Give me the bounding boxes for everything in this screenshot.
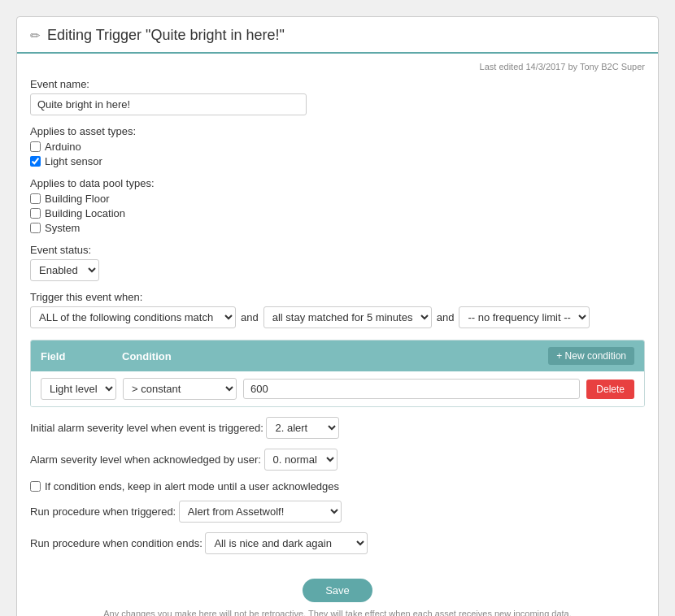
keep-in-alert-group: If condition ends, keep in alert mode un…: [30, 480, 645, 492]
conditions-header: Field Condition + New condition: [31, 341, 644, 371]
new-condition-button[interactable]: + New condition: [548, 347, 634, 365]
trigger-when-row: ALL of the following conditions match AN…: [30, 306, 645, 328]
alarm-severity-ack-select[interactable]: 0. normal 1. info 2. alert 3. critical: [264, 449, 338, 471]
asset-types-label: Applies to asset types:: [30, 125, 645, 137]
conditions-header-condition: Condition: [122, 350, 548, 362]
run-procedure-ends-select[interactable]: All is nice and dark again None: [205, 532, 368, 554]
run-procedure-triggered-select[interactable]: Alert from Assetwolf! None: [179, 501, 342, 523]
stay-matched-select[interactable]: all stay matched for 5 minutes all stay …: [263, 306, 432, 328]
event-status-group: Event status: Enabled Disabled: [30, 244, 645, 281]
conditions-table: Field Condition + New condition Light le…: [30, 340, 645, 407]
run-procedure-ends-label: Run procedure when condition ends:: [30, 537, 202, 549]
data-pool-system: System: [30, 222, 645, 234]
run-procedure-triggered-label: Run procedure when triggered:: [30, 505, 176, 518]
data-pool-types-group: Applies to data pool types: Building Flo…: [30, 177, 645, 234]
alarm-severity-initial-select[interactable]: 0. normal 1. info 2. alert 3. critical: [266, 417, 339, 439]
delete-condition-button[interactable]: Delete: [586, 380, 634, 399]
event-status-select[interactable]: Enabled Disabled: [30, 259, 99, 281]
data-pool-system-checkbox[interactable]: [30, 223, 41, 233]
data-pool-building-floor: Building Floor: [30, 193, 645, 205]
alarm-severity-initial-group: Initial alarm severity level when event …: [30, 417, 645, 439]
condition-row: Light level > constant < constant = cons…: [31, 371, 644, 406]
last-edited-text: Last edited 14/3/2017 by Tony B2C Super: [30, 62, 645, 72]
and-text-2: and: [437, 311, 455, 323]
page-title: Editing Trigger "Quite bright in here!": [47, 27, 285, 44]
save-button[interactable]: Save: [303, 579, 372, 602]
asset-type-light-sensor-label: Light sensor: [45, 155, 102, 167]
data-pool-building-location: Building Location: [30, 207, 645, 219]
asset-type-light-sensor-checkbox[interactable]: [30, 156, 41, 167]
data-pool-building-floor-checkbox[interactable]: [30, 193, 41, 204]
keep-in-alert-label: If condition ends, keep in alert mode un…: [45, 480, 339, 492]
data-pool-system-label: System: [45, 222, 80, 234]
data-pool-building-location-checkbox[interactable]: [30, 208, 41, 219]
page-content: Last edited 14/3/2017 by Tony B2C Super …: [17, 54, 658, 616]
alarm-severity-ack-label: Alarm severity level when acknowledged b…: [30, 453, 261, 466]
alarm-severity-ack-group: Alarm severity level when acknowledged b…: [30, 449, 645, 471]
event-status-label: Event status:: [30, 244, 645, 256]
all-conditions-select[interactable]: ALL of the following conditions match AN…: [30, 306, 236, 328]
asset-type-light-sensor: Light sensor: [30, 155, 645, 167]
asset-type-arduino: Arduino: [30, 141, 645, 153]
condition-select[interactable]: > constant < constant = constant: [123, 378, 237, 400]
save-section: Save Any changes you make here will not …: [30, 569, 645, 616]
data-pool-types-label: Applies to data pool types:: [30, 177, 645, 189]
save-note: Any changes you make here will not be re…: [30, 609, 645, 616]
page-container: ✏ Editing Trigger "Quite bright in here!…: [16, 16, 659, 616]
field-select[interactable]: Light level: [41, 378, 116, 400]
event-name-group: Event name:: [30, 78, 645, 115]
data-pool-building-floor-label: Building Floor: [45, 193, 110, 205]
run-procedure-triggered-group: Run procedure when triggered: Alert from…: [30, 501, 645, 523]
asset-types-group: Applies to asset types: Arduino Light se…: [30, 125, 645, 167]
run-procedure-ends-group: Run procedure when condition ends: All i…: [30, 532, 645, 554]
trigger-when-label: Trigger this event when:: [30, 291, 645, 303]
alarm-severity-initial-label: Initial alarm severity level when event …: [30, 422, 263, 434]
and-text-1: and: [241, 311, 259, 323]
trigger-when-group: Trigger this event when: ALL of the foll…: [30, 291, 645, 328]
page-header: ✏ Editing Trigger "Quite bright in here!…: [17, 17, 658, 54]
asset-type-arduino-label: Arduino: [45, 141, 81, 153]
event-name-label: Event name:: [30, 78, 645, 90]
event-name-input[interactable]: [30, 93, 307, 115]
condition-value-input[interactable]: [243, 379, 580, 399]
keep-in-alert-checkbox[interactable]: [30, 481, 41, 492]
edit-icon: ✏: [30, 28, 41, 43]
data-pool-building-location-label: Building Location: [45, 207, 125, 219]
asset-type-arduino-checkbox[interactable]: [30, 141, 41, 152]
conditions-header-field: Field: [41, 350, 122, 362]
frequency-select[interactable]: -- no frequency limit -- once per hour o…: [459, 306, 590, 328]
